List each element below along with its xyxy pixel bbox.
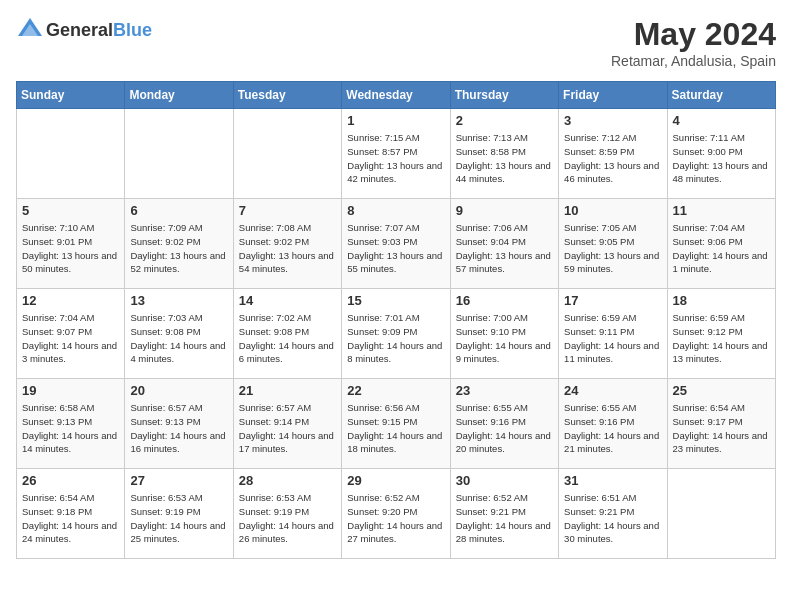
calendar-cell: 28Sunrise: 6:53 AM Sunset: 9:19 PM Dayli… bbox=[233, 469, 341, 559]
header: GeneralBlue May 2024 Retamar, Andalusia,… bbox=[16, 16, 776, 69]
cell-info: Sunrise: 6:56 AM Sunset: 9:15 PM Dayligh… bbox=[347, 401, 444, 456]
cell-info: Sunrise: 7:09 AM Sunset: 9:02 PM Dayligh… bbox=[130, 221, 227, 276]
calendar-cell: 25Sunrise: 6:54 AM Sunset: 9:17 PM Dayli… bbox=[667, 379, 775, 469]
calendar-cell: 21Sunrise: 6:57 AM Sunset: 9:14 PM Dayli… bbox=[233, 379, 341, 469]
day-number: 13 bbox=[130, 293, 227, 308]
day-number: 28 bbox=[239, 473, 336, 488]
cell-info: Sunrise: 6:54 AM Sunset: 9:17 PM Dayligh… bbox=[673, 401, 770, 456]
day-number: 19 bbox=[22, 383, 119, 398]
location-title: Retamar, Andalusia, Spain bbox=[611, 53, 776, 69]
cell-info: Sunrise: 7:06 AM Sunset: 9:04 PM Dayligh… bbox=[456, 221, 553, 276]
day-number: 15 bbox=[347, 293, 444, 308]
calendar-cell: 30Sunrise: 6:52 AM Sunset: 9:21 PM Dayli… bbox=[450, 469, 558, 559]
calendar-cell: 19Sunrise: 6:58 AM Sunset: 9:13 PM Dayli… bbox=[17, 379, 125, 469]
day-number: 5 bbox=[22, 203, 119, 218]
logo-blue-text: Blue bbox=[113, 20, 152, 40]
cell-info: Sunrise: 7:04 AM Sunset: 9:07 PM Dayligh… bbox=[22, 311, 119, 366]
day-number: 12 bbox=[22, 293, 119, 308]
logo-general-text: General bbox=[46, 20, 113, 40]
cell-info: Sunrise: 7:03 AM Sunset: 9:08 PM Dayligh… bbox=[130, 311, 227, 366]
calendar-cell: 4Sunrise: 7:11 AM Sunset: 9:00 PM Daylig… bbox=[667, 109, 775, 199]
cell-info: Sunrise: 7:10 AM Sunset: 9:01 PM Dayligh… bbox=[22, 221, 119, 276]
cell-info: Sunrise: 6:58 AM Sunset: 9:13 PM Dayligh… bbox=[22, 401, 119, 456]
day-number: 17 bbox=[564, 293, 661, 308]
calendar-cell: 11Sunrise: 7:04 AM Sunset: 9:06 PM Dayli… bbox=[667, 199, 775, 289]
cell-info: Sunrise: 7:05 AM Sunset: 9:05 PM Dayligh… bbox=[564, 221, 661, 276]
day-number: 21 bbox=[239, 383, 336, 398]
calendar-cell: 29Sunrise: 6:52 AM Sunset: 9:20 PM Dayli… bbox=[342, 469, 450, 559]
calendar-week-5: 26Sunrise: 6:54 AM Sunset: 9:18 PM Dayli… bbox=[17, 469, 776, 559]
calendar-cell: 7Sunrise: 7:08 AM Sunset: 9:02 PM Daylig… bbox=[233, 199, 341, 289]
calendar-cell: 1Sunrise: 7:15 AM Sunset: 8:57 PM Daylig… bbox=[342, 109, 450, 199]
calendar-cell: 9Sunrise: 7:06 AM Sunset: 9:04 PM Daylig… bbox=[450, 199, 558, 289]
title-area: May 2024 Retamar, Andalusia, Spain bbox=[611, 16, 776, 69]
weekday-header-sunday: Sunday bbox=[17, 82, 125, 109]
calendar-cell: 13Sunrise: 7:03 AM Sunset: 9:08 PM Dayli… bbox=[125, 289, 233, 379]
cell-info: Sunrise: 7:08 AM Sunset: 9:02 PM Dayligh… bbox=[239, 221, 336, 276]
weekday-header-row: SundayMondayTuesdayWednesdayThursdayFrid… bbox=[17, 82, 776, 109]
cell-info: Sunrise: 7:11 AM Sunset: 9:00 PM Dayligh… bbox=[673, 131, 770, 186]
cell-info: Sunrise: 6:57 AM Sunset: 9:14 PM Dayligh… bbox=[239, 401, 336, 456]
day-number: 11 bbox=[673, 203, 770, 218]
day-number: 3 bbox=[564, 113, 661, 128]
calendar-week-1: 1Sunrise: 7:15 AM Sunset: 8:57 PM Daylig… bbox=[17, 109, 776, 199]
day-number: 10 bbox=[564, 203, 661, 218]
weekday-header-monday: Monday bbox=[125, 82, 233, 109]
logo: GeneralBlue bbox=[16, 16, 152, 44]
calendar-cell: 24Sunrise: 6:55 AM Sunset: 9:16 PM Dayli… bbox=[559, 379, 667, 469]
day-number: 7 bbox=[239, 203, 336, 218]
calendar-cell: 26Sunrise: 6:54 AM Sunset: 9:18 PM Dayli… bbox=[17, 469, 125, 559]
day-number: 2 bbox=[456, 113, 553, 128]
calendar-week-4: 19Sunrise: 6:58 AM Sunset: 9:13 PM Dayli… bbox=[17, 379, 776, 469]
calendar-cell: 15Sunrise: 7:01 AM Sunset: 9:09 PM Dayli… bbox=[342, 289, 450, 379]
cell-info: Sunrise: 7:04 AM Sunset: 9:06 PM Dayligh… bbox=[673, 221, 770, 276]
calendar-cell bbox=[125, 109, 233, 199]
cell-info: Sunrise: 6:53 AM Sunset: 9:19 PM Dayligh… bbox=[239, 491, 336, 546]
day-number: 25 bbox=[673, 383, 770, 398]
weekday-header-tuesday: Tuesday bbox=[233, 82, 341, 109]
day-number: 18 bbox=[673, 293, 770, 308]
calendar-cell: 20Sunrise: 6:57 AM Sunset: 9:13 PM Dayli… bbox=[125, 379, 233, 469]
calendar-cell bbox=[17, 109, 125, 199]
day-number: 29 bbox=[347, 473, 444, 488]
cell-info: Sunrise: 6:52 AM Sunset: 9:20 PM Dayligh… bbox=[347, 491, 444, 546]
calendar-cell: 23Sunrise: 6:55 AM Sunset: 9:16 PM Dayli… bbox=[450, 379, 558, 469]
day-number: 4 bbox=[673, 113, 770, 128]
cell-info: Sunrise: 6:53 AM Sunset: 9:19 PM Dayligh… bbox=[130, 491, 227, 546]
day-number: 1 bbox=[347, 113, 444, 128]
calendar-cell: 10Sunrise: 7:05 AM Sunset: 9:05 PM Dayli… bbox=[559, 199, 667, 289]
calendar-cell: 8Sunrise: 7:07 AM Sunset: 9:03 PM Daylig… bbox=[342, 199, 450, 289]
weekday-header-wednesday: Wednesday bbox=[342, 82, 450, 109]
cell-info: Sunrise: 7:07 AM Sunset: 9:03 PM Dayligh… bbox=[347, 221, 444, 276]
cell-info: Sunrise: 6:54 AM Sunset: 9:18 PM Dayligh… bbox=[22, 491, 119, 546]
day-number: 24 bbox=[564, 383, 661, 398]
day-number: 20 bbox=[130, 383, 227, 398]
day-number: 6 bbox=[130, 203, 227, 218]
logo-icon bbox=[16, 16, 44, 44]
day-number: 27 bbox=[130, 473, 227, 488]
day-number: 22 bbox=[347, 383, 444, 398]
calendar-cell: 31Sunrise: 6:51 AM Sunset: 9:21 PM Dayli… bbox=[559, 469, 667, 559]
cell-info: Sunrise: 6:55 AM Sunset: 9:16 PM Dayligh… bbox=[564, 401, 661, 456]
cell-info: Sunrise: 7:02 AM Sunset: 9:08 PM Dayligh… bbox=[239, 311, 336, 366]
day-number: 23 bbox=[456, 383, 553, 398]
calendar-table: SundayMondayTuesdayWednesdayThursdayFrid… bbox=[16, 81, 776, 559]
day-number: 9 bbox=[456, 203, 553, 218]
cell-info: Sunrise: 7:13 AM Sunset: 8:58 PM Dayligh… bbox=[456, 131, 553, 186]
calendar-cell: 2Sunrise: 7:13 AM Sunset: 8:58 PM Daylig… bbox=[450, 109, 558, 199]
calendar-cell: 14Sunrise: 7:02 AM Sunset: 9:08 PM Dayli… bbox=[233, 289, 341, 379]
cell-info: Sunrise: 6:55 AM Sunset: 9:16 PM Dayligh… bbox=[456, 401, 553, 456]
day-number: 31 bbox=[564, 473, 661, 488]
day-number: 30 bbox=[456, 473, 553, 488]
cell-info: Sunrise: 6:57 AM Sunset: 9:13 PM Dayligh… bbox=[130, 401, 227, 456]
calendar-cell: 16Sunrise: 7:00 AM Sunset: 9:10 PM Dayli… bbox=[450, 289, 558, 379]
cell-info: Sunrise: 7:12 AM Sunset: 8:59 PM Dayligh… bbox=[564, 131, 661, 186]
weekday-header-friday: Friday bbox=[559, 82, 667, 109]
cell-info: Sunrise: 7:01 AM Sunset: 9:09 PM Dayligh… bbox=[347, 311, 444, 366]
calendar-cell: 6Sunrise: 7:09 AM Sunset: 9:02 PM Daylig… bbox=[125, 199, 233, 289]
calendar-cell bbox=[233, 109, 341, 199]
weekday-header-thursday: Thursday bbox=[450, 82, 558, 109]
month-title: May 2024 bbox=[611, 16, 776, 53]
weekday-header-saturday: Saturday bbox=[667, 82, 775, 109]
day-number: 14 bbox=[239, 293, 336, 308]
